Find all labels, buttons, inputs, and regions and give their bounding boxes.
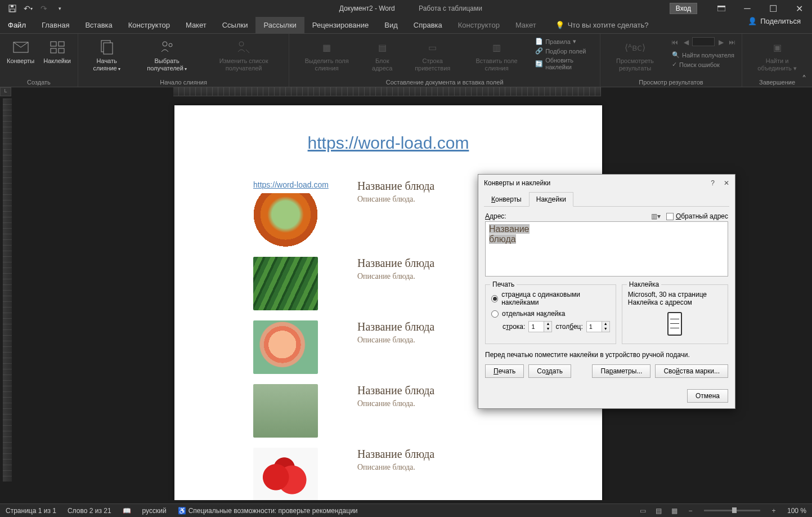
group-preview: ⟨ᴬʙᴄ⟩Просмотреть результаты ⏮ ◀ ▶ ⏭ 🔍Най… — [600, 34, 742, 87]
tab-layout[interactable]: Макет — [178, 17, 214, 33]
update-icon: 🔄 — [535, 60, 543, 68]
col-spinner[interactable]: ▲▼ — [586, 321, 610, 332]
svg-rect-8 — [51, 48, 56, 53]
label-groupbox[interactable]: Наклейка Microsoft, 30 на странице Накле… — [622, 284, 728, 344]
label-preview-icon — [667, 312, 682, 336]
finish-merge-button: ▣Найти и объединить ▾ — [746, 36, 809, 78]
tab-insert[interactable]: Вставка — [77, 17, 120, 33]
spellcheck-icon[interactable]: 📖 — [117, 507, 137, 515]
ribbon-display-icon[interactable] — [708, 0, 734, 17]
tab-envelopes[interactable]: Конверты — [484, 192, 529, 207]
match-icon: 🔗 — [535, 47, 543, 55]
highlight-label: Выделить поля слияния — [296, 57, 357, 72]
svg-rect-9 — [59, 48, 64, 53]
language-status[interactable]: русский — [137, 507, 172, 515]
option-single-label[interactable]: отдельная наклейка — [491, 310, 610, 318]
page-status[interactable]: Страница 1 из 1 — [0, 507, 62, 515]
redo-icon[interactable]: ↷ — [38, 3, 50, 14]
zoom-out-icon[interactable]: − — [684, 505, 697, 516]
label-info-line2: Наклейка с адресом — [628, 298, 722, 306]
tab-view[interactable]: Вид — [376, 17, 406, 33]
undo-icon[interactable]: ↶ ▾ — [23, 3, 34, 14]
labels-button[interactable]: Наклейки — [40, 36, 74, 78]
web-layout-icon[interactable]: ▦ — [668, 505, 681, 516]
tab-home[interactable]: Главная — [34, 17, 77, 33]
spin-up-icon[interactable]: ▲ — [602, 322, 609, 327]
status-bar: Страница 1 из 1 Слово 2 из 21 📖 русский … — [0, 503, 812, 517]
spin-up-icon[interactable]: ▲ — [544, 322, 551, 327]
tab-design[interactable]: Конструктор — [120, 17, 178, 33]
row-label: строка: — [503, 323, 525, 331]
envelopes-labels-dialog: Конверты и наклейки ? ✕ Конверты Наклейк… — [478, 174, 735, 409]
tab-mailings[interactable]: Рассылки — [255, 17, 304, 33]
next-record-icon: ▶ — [716, 37, 726, 47]
tab-review[interactable]: Рецензирование — [304, 17, 376, 33]
spin-down-icon[interactable]: ▼ — [544, 327, 551, 332]
word-count[interactable]: Слово 2 из 21 — [62, 507, 117, 515]
dialog-help-icon[interactable]: ? — [711, 179, 715, 187]
tell-me-search[interactable]: 💡 Что вы хотите сделать? — [555, 17, 649, 33]
group-finish-label: Завершение — [746, 78, 809, 87]
address-block-label: Блок адреса — [366, 57, 398, 72]
main-link[interactable]: https://word-load.com — [253, 133, 523, 153]
label-group-title: Наклейка — [627, 280, 661, 288]
start-merge-icon — [98, 38, 116, 56]
group-start-merge-label: Начало слияния — [82, 78, 285, 87]
insert-field-label: Вставить поле слияния — [467, 57, 526, 72]
lightbulb-icon: 💡 — [555, 21, 564, 29]
labels-label: Наклейки — [43, 57, 71, 65]
col-input[interactable] — [587, 322, 602, 332]
return-address-checkbox[interactable]: Обратный адрес — [666, 212, 728, 220]
small-link[interactable]: https://word-load.com — [253, 180, 329, 189]
parameters-button[interactable]: Параметры... — [592, 364, 651, 378]
envelopes-button[interactable]: Конверты — [3, 36, 38, 78]
accessibility-status[interactable]: ♿ Специальные возможности: проверьте рек… — [172, 507, 364, 515]
envelope-icon — [12, 38, 30, 56]
start-merge-button[interactable]: Начать слияние ▾ — [82, 36, 132, 78]
svg-point-13 — [169, 43, 172, 47]
read-mode-icon[interactable]: ▭ — [636, 505, 650, 516]
zoom-level[interactable]: 100 % — [787, 507, 806, 515]
login-button[interactable]: Вход — [670, 3, 697, 14]
address-book-icon[interactable]: ▥▾ — [651, 212, 661, 220]
zoom-in-icon[interactable]: + — [767, 505, 780, 516]
tab-labels[interactable]: Наклейки — [529, 192, 573, 207]
row-spinner[interactable]: ▲▼ — [528, 321, 552, 332]
collapse-ribbon-icon[interactable]: ˄ — [802, 74, 806, 84]
select-recipients-button[interactable]: Выбрать получателей ▾ — [134, 36, 199, 78]
print-layout-icon[interactable]: ▤ — [652, 505, 666, 516]
spin-down-icon[interactable]: ▼ — [602, 327, 609, 332]
vertical-ruler[interactable] — [3, 99, 12, 482]
maximize-icon[interactable]: ☐ — [760, 0, 786, 17]
dish-desc: Описание блюда. — [357, 399, 434, 408]
highlight-fields-button: ▦Выделить поля слияния — [293, 36, 361, 78]
brand-properties-button[interactable]: Свойства марки... — [655, 364, 728, 378]
dish-image — [253, 320, 318, 374]
share-button[interactable]: 👤 Поделиться — [748, 17, 801, 25]
share-label: Поделиться — [760, 17, 801, 25]
tab-table-layout[interactable]: Макет — [508, 17, 544, 33]
tab-help[interactable]: Справка — [406, 17, 450, 33]
option-same-page[interactable]: страница с одинаковыми наклейками — [491, 291, 610, 306]
tab-table-design[interactable]: Конструктор — [450, 17, 508, 33]
print-button[interactable]: Печать — [485, 364, 524, 378]
radio-icon — [491, 295, 498, 302]
finish-label: Найти и объединить ▾ — [749, 57, 805, 72]
share-icon: 👤 — [748, 17, 757, 25]
close-icon[interactable]: ✕ — [786, 0, 812, 17]
zoom-slider[interactable] — [704, 510, 760, 511]
row-input[interactable] — [529, 322, 544, 332]
tab-file[interactable]: Файл — [0, 17, 34, 33]
address-textarea[interactable]: Название блюда — [485, 221, 728, 277]
create-button[interactable]: Создать — [528, 364, 571, 378]
cancel-button[interactable]: Отмена — [687, 389, 728, 403]
minimize-icon[interactable]: ─ — [734, 0, 760, 17]
save-icon[interactable] — [7, 3, 18, 14]
horizontal-ruler[interactable] — [173, 87, 601, 96]
svg-rect-2 — [11, 5, 14, 7]
dialog-close-icon[interactable]: ✕ — [724, 179, 729, 187]
document-title: Документ2 - Word — [339, 5, 395, 12]
tab-references[interactable]: Ссылки — [214, 17, 256, 33]
qat-customize-icon[interactable]: ▾ — [54, 3, 65, 14]
preview-results-button: ⟨ᴬʙᴄ⟩Просмотреть результаты — [604, 36, 666, 78]
